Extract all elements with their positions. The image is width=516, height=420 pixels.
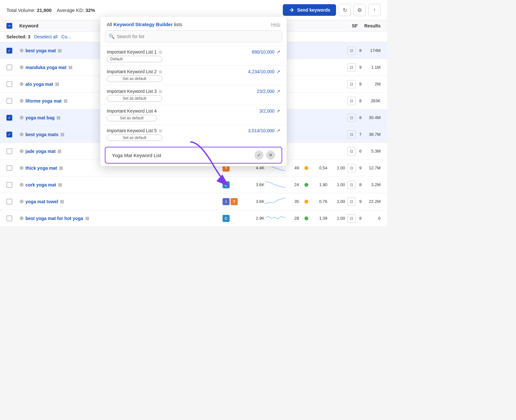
table-row: ⊕ cork yoga mat ▤ C 3.6K 24 1.90 1.00 ⊡ … (0, 176, 387, 193)
deselect-all-link[interactable]: Deselect all (34, 34, 57, 39)
keyword-link[interactable]: yoga mat towel (25, 199, 58, 204)
external-link-icon[interactable]: ↗ (276, 89, 280, 94)
keyword-detail-icon[interactable]: ▤ (60, 199, 64, 204)
sf-icon[interactable]: ⊡ (347, 63, 356, 72)
row-checkbox[interactable] (6, 182, 12, 188)
row-checkbox[interactable] (6, 148, 12, 154)
row-checkbox[interactable] (6, 215, 12, 221)
add-to-list-icon[interactable]: ⊕ (19, 115, 24, 121)
set-default-button[interactable]: Set as default (107, 135, 162, 141)
send-keywords-button[interactable]: Send keywords (283, 4, 336, 16)
dropdown-help-link[interactable]: Help (271, 22, 280, 27)
keyword-detail-icon[interactable]: ▤ (58, 48, 62, 53)
set-default-button[interactable]: Set as default (107, 115, 157, 121)
row-results: 12.7M (361, 165, 381, 170)
dropdown-list-item[interactable]: Important Keyword List 1 ⊞ Default 690/1… (100, 46, 287, 65)
row-checkbox[interactable] (6, 48, 12, 54)
sf-icon[interactable]: ⊡ (347, 130, 356, 139)
external-link-icon[interactable]: ↗ (276, 128, 280, 133)
row-checkbox[interactable] (6, 199, 12, 205)
copy-link[interactable]: Co... (61, 34, 71, 39)
row-checkbox[interactable] (6, 98, 12, 104)
keyword-detail-icon[interactable]: ▤ (55, 82, 59, 86)
sf-icon[interactable]: ⊡ (347, 147, 356, 155)
row-results: 38.7M (361, 132, 381, 137)
select-all-checkbox[interactable] (6, 23, 12, 29)
add-to-list-icon[interactable]: ⊕ (19, 131, 24, 137)
add-to-list-icon[interactable]: ⊕ (19, 165, 24, 171)
external-link-icon[interactable]: ↗ (276, 69, 280, 74)
add-to-list-icon[interactable]: ⊕ (19, 182, 24, 188)
row-sf: ⊡ (345, 130, 358, 139)
set-default-button[interactable]: Set as default (107, 75, 162, 82)
add-to-list-icon[interactable]: ⊕ (19, 198, 24, 205)
add-to-list-icon[interactable]: ⊕ (19, 64, 24, 70)
sf-icon[interactable]: ⊡ (347, 181, 356, 189)
sf-icon[interactable]: ⊡ (347, 164, 356, 172)
sf-icon[interactable]: ⊡ (347, 197, 356, 206)
keyword-detail-icon[interactable]: ▤ (58, 182, 62, 187)
row-checkbox[interactable] (6, 165, 12, 171)
external-link-icon[interactable]: ↗ (276, 108, 280, 114)
keyword-link[interactable]: thick yoga mat (25, 165, 57, 171)
dropdown-list-item[interactable]: Important Keyword List 3 ⊞ Set as defaul… (100, 85, 287, 105)
dropdown-item-right: 3/2,000 ↗ (259, 108, 280, 114)
cancel-new-list-button[interactable]: ✕ (266, 151, 275, 160)
dropdown-item-name: Important Keyword List 4 (107, 108, 157, 114)
keyword-detail-icon[interactable]: ▤ (59, 165, 63, 170)
row-checkbox-col (6, 165, 19, 171)
keyword-link[interactable]: jade yoga mat (25, 149, 55, 154)
sf-icon[interactable]: ⊡ (347, 214, 356, 223)
settings-button[interactable]: ⚙ (353, 4, 366, 16)
row-checkbox-col (6, 199, 19, 205)
top-bar-left: Total Volume: 21,900 Average KD: 32% (6, 7, 95, 13)
refresh-button[interactable]: ↻ (339, 4, 351, 16)
add-to-list-icon[interactable]: ⊕ (19, 98, 24, 104)
row-results: 5.3M (361, 149, 381, 154)
badge-c: C (223, 215, 230, 222)
export-button[interactable]: ↑ (368, 4, 381, 16)
keyword-link[interactable]: best yoga mats (25, 132, 58, 137)
add-to-list-icon[interactable]: ⊕ (19, 215, 24, 221)
dropdown-title-end: lists (174, 22, 182, 27)
keyword-link[interactable]: best yoga mat (25, 48, 56, 53)
external-link-icon[interactable]: ↗ (276, 49, 280, 55)
dropdown-list-item[interactable]: Important Keyword List 2 ⊞ Set as defaul… (100, 65, 287, 85)
dropdown-item-left: Important Keyword List 1 ⊞ Default (107, 49, 162, 62)
add-to-list-icon[interactable]: ⊕ (19, 81, 24, 87)
keyword-link[interactable]: alo yoga mat (25, 82, 53, 87)
sf-icon[interactable]: ⊡ (347, 46, 356, 55)
keyword-link[interactable]: liforme yoga mat (25, 98, 62, 104)
keyword-link[interactable]: best yoga mat for hot yoga (25, 216, 83, 221)
dropdown-item-name: Important Keyword List 1 ⊞ (107, 49, 162, 55)
keyword-detail-icon[interactable]: ▤ (57, 149, 61, 154)
keyword-detail-icon[interactable]: ▤ (56, 115, 60, 120)
share-icon: ⊞ (159, 128, 162, 133)
dropdown-search-input[interactable] (105, 30, 282, 43)
sf-icon[interactable]: ⊡ (347, 80, 356, 88)
kd-dot (304, 200, 308, 204)
sf-icon[interactable]: ⊡ (347, 97, 356, 105)
row-checkbox-col (6, 48, 19, 54)
confirm-new-list-button[interactable]: ✓ (254, 151, 263, 160)
keyword-link[interactable]: manduka yoga mat (25, 65, 66, 70)
row-checkbox[interactable] (6, 115, 12, 121)
dropdown-list-item[interactable]: Important Keyword List 5 ⊞ Set as defaul… (100, 125, 287, 144)
dropdown-list-item[interactable]: Important Keyword List 4 Set as default … (100, 105, 287, 125)
keyword-detail-icon[interactable]: ▤ (60, 132, 64, 137)
keyword-detail-icon[interactable]: ▤ (85, 216, 89, 221)
add-to-list-icon[interactable]: ⊕ (19, 47, 24, 54)
refresh-icon: ↻ (343, 7, 347, 13)
keyword-detail-icon[interactable]: ▤ (68, 65, 72, 70)
add-to-list-icon[interactable]: ⊕ (19, 148, 24, 154)
keyword-link[interactable]: cork yoga mat (25, 182, 56, 187)
keyword-detail-icon[interactable]: ▤ (64, 98, 67, 103)
row-checkbox[interactable] (6, 132, 12, 137)
keyword-link[interactable]: yoga mat bag (25, 115, 55, 120)
set-default-button[interactable]: Set as default (107, 95, 162, 102)
row-checkbox[interactable] (6, 81, 12, 87)
new-list-name-input[interactable] (112, 153, 254, 158)
sf-icon[interactable]: ⊡ (347, 114, 356, 122)
dropdown-list: Important Keyword List 1 ⊞ Default 690/1… (100, 46, 287, 144)
row-checkbox[interactable] (6, 65, 12, 70)
